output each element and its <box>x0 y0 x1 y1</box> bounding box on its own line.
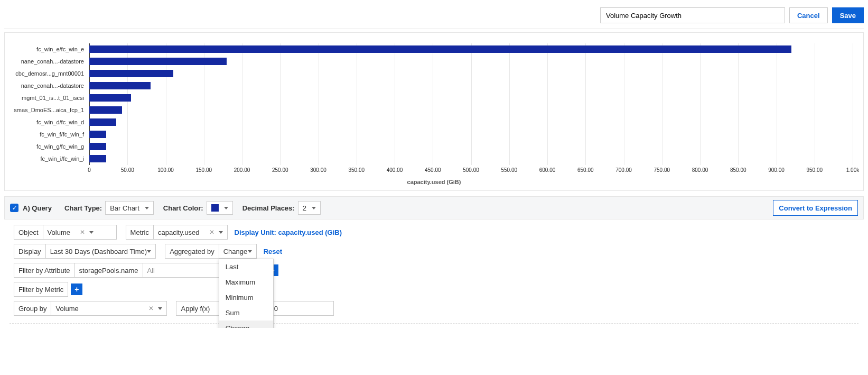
x-tick-label: 450.00 <box>425 167 441 173</box>
chevron-down-icon <box>145 207 149 209</box>
chevron-down-icon <box>158 307 162 310</box>
bar-category-label: nane_conah...-datastore <box>10 56 84 68</box>
decimal-places-value: 2 <box>303 204 306 212</box>
cancel-button[interactable]: Cancel <box>789 7 828 23</box>
aggregated-by-label-box: Aggregated by <box>165 244 219 259</box>
bar-value[interactable] <box>89 106 122 114</box>
x-tick-label: 650.00 <box>577 167 594 173</box>
bar-category-label: cbc_demosr...g_mnt00001 <box>10 68 84 80</box>
metric-label-box: Metric <box>126 225 154 240</box>
query-enabled-checkbox[interactable]: ✓ <box>10 204 18 212</box>
bar-value[interactable] <box>89 155 106 162</box>
object-label-box: Object <box>14 225 43 240</box>
x-tick-label: 300.00 <box>310 167 326 173</box>
bar-value[interactable] <box>89 143 106 150</box>
group-by-value: Volume <box>55 305 78 313</box>
bar-value[interactable] <box>89 131 106 138</box>
clear-icon[interactable]: ✕ <box>209 228 214 236</box>
x-tick-label: 350.00 <box>348 167 365 173</box>
aggregated-by-option[interactable]: Change <box>219 321 273 328</box>
query-strip: ✓ A) Query Chart Type: Bar Chart Chart C… <box>4 196 864 219</box>
bar-row: fc_win_g/fc_win_g <box>89 141 853 153</box>
bar-value[interactable] <box>89 45 791 53</box>
chart-panel: fc_win_e/fc_win_enane_conah...-datastore… <box>4 32 864 191</box>
chart-type-label: Chart Type: <box>64 204 102 212</box>
filter-by-metric-row: Filter by Metric + <box>14 282 864 297</box>
chevron-down-icon <box>147 250 151 253</box>
display-range-select[interactable]: Last 30 Days (Dashboard Time) <box>45 244 156 259</box>
display-range-value: Last 30 Days (Dashboard Time) <box>50 248 147 255</box>
bar-row: nane_conah...-datastore <box>89 56 853 68</box>
chevron-down-icon <box>219 231 223 234</box>
section-separator <box>10 323 858 324</box>
aggregated-by-option[interactable]: Minimum <box>219 290 273 305</box>
bar-value[interactable] <box>89 82 151 89</box>
convert-to-expression-button[interactable]: Convert to Expression <box>773 200 858 216</box>
x-tick-label: 100.00 <box>157 167 174 173</box>
add-filter-metric-button[interactable]: + <box>71 283 82 295</box>
bar-category-label: fc_win_f/fc_win_f <box>10 129 84 141</box>
x-tick-label: 0 <box>88 167 91 173</box>
x-tick-label: 50.00 <box>121 167 134 173</box>
bar-value[interactable] <box>89 70 173 77</box>
x-tick-label: 400.00 <box>387 167 403 173</box>
chart-color-select[interactable] <box>207 201 233 215</box>
chevron-down-icon <box>89 231 94 234</box>
x-tick-label: 800.00 <box>692 167 708 173</box>
clear-icon[interactable]: ✕ <box>148 305 154 312</box>
bar-row: nane_conah...-datastore <box>89 80 853 92</box>
decimal-places-label: Decimal Places: <box>242 204 295 212</box>
group-by-label: Group by <box>14 301 51 316</box>
aggregated-by-option[interactable]: Sum <box>219 305 273 321</box>
bar-value[interactable] <box>89 58 227 65</box>
x-tick-label: 950.00 <box>806 167 823 173</box>
decimal-places-select[interactable]: 2 <box>298 201 321 215</box>
grid-line <box>853 43 853 165</box>
bar-row: smas_DmoES...aica_fcp_1 <box>89 104 853 116</box>
metric-value: capacity.used <box>158 228 200 236</box>
aggregated-by-option[interactable]: Last <box>219 259 273 275</box>
x-tick-label: 600.00 <box>539 167 556 173</box>
clear-icon[interactable]: ✕ <box>80 228 85 236</box>
bar-category-label: nane_conah...-datastore <box>10 80 84 92</box>
filter-attr-field[interactable]: storagePools.name <box>74 263 143 278</box>
color-swatch-icon <box>211 204 219 212</box>
x-tick-label: 150.00 <box>195 167 212 173</box>
widget-title-input[interactable] <box>600 7 785 23</box>
bar-row: mgmt_01_is...t_01_iscsi <box>89 92 853 104</box>
chart-type-value: Bar Chart <box>110 204 139 212</box>
fx-value-input[interactable]: 10 <box>265 301 334 316</box>
bar-category-label: smas_DmoES...aica_fcp_1 <box>10 104 84 116</box>
query-a-label: A) Query <box>23 204 52 212</box>
display-agg-row: Display Last 30 Days (Dashboard Time) Ag… <box>14 244 864 259</box>
bar-value[interactable] <box>89 94 131 102</box>
x-tick-label: 850.00 <box>730 167 746 173</box>
save-button[interactable]: Save <box>832 7 864 23</box>
group-by-select[interactable]: Volume ✕ <box>51 301 167 316</box>
chart-type-select[interactable]: Bar Chart <box>105 201 154 215</box>
chevron-down-icon <box>248 250 252 253</box>
display-unit-link[interactable]: Display Unit: capacity.used (GiB) <box>235 228 342 236</box>
bar-row: fc_win_i/fc_win_i <box>89 153 853 165</box>
display-label-box: Display <box>14 244 46 259</box>
aggregated-by-option[interactable]: Maximum <box>219 275 273 290</box>
bar-value[interactable] <box>89 118 116 126</box>
chart-color-label: Chart Color: <box>163 204 203 212</box>
x-tick-label: 250.00 <box>272 167 288 173</box>
x-tick-label: 900.00 <box>768 167 785 173</box>
filter-by-metric-label: Filter by Metric <box>14 282 68 297</box>
x-tick-label: 550.00 <box>501 167 517 173</box>
object-metric-row: Object Volume ✕ Metric capacity.used ✕ D… <box>14 225 864 240</box>
bar-row: cbc_demosr...g_mnt00001 <box>89 68 853 80</box>
header-row: Cancel Save <box>4 4 864 29</box>
metric-select[interactable]: capacity.used ✕ <box>153 225 228 240</box>
object-select[interactable]: Volume ✕ <box>43 225 117 240</box>
bar-row: fc_win_f/fc_win_f <box>89 129 853 141</box>
group-by-row: Group by Volume ✕ Apply f(x) 10 <box>14 301 864 316</box>
aggregated-by-select[interactable]: Change <box>219 244 257 259</box>
bar-category-label: fc_win_g/fc_win_g <box>10 141 84 153</box>
bar-category-label: mgmt_01_is...t_01_iscsi <box>10 92 84 104</box>
x-axis-ticks: 050.00100.00150.00200.00250.00300.00350.… <box>89 167 853 178</box>
x-tick-label: 500.00 <box>463 167 479 173</box>
reset-link[interactable]: Reset <box>264 248 282 255</box>
